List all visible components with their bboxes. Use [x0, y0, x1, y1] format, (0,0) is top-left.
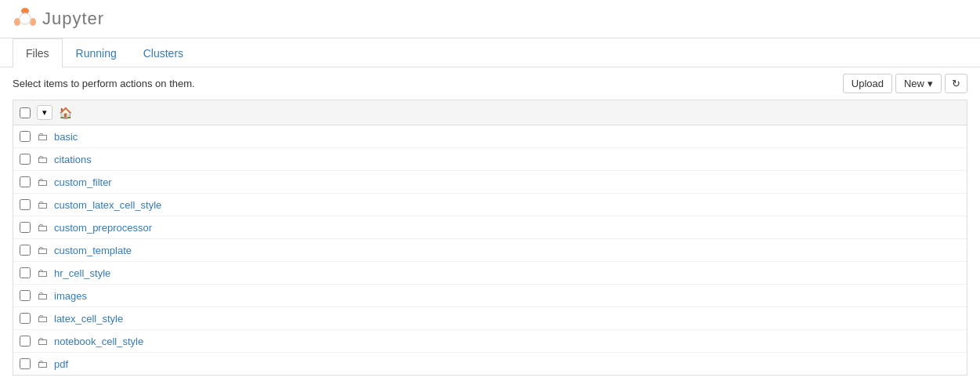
folder-icon: 🗀 — [37, 176, 48, 188]
file-name-link[interactable]: images — [54, 290, 87, 302]
tabs-bar: Files Running Clusters — [0, 38, 980, 67]
row-checkbox[interactable] — [20, 131, 31, 142]
table-row: 🗀hr_cell_style — [13, 262, 967, 285]
folder-icon: 🗀 — [37, 335, 48, 347]
table-row: 🗀latex_cell_style — [13, 307, 967, 330]
new-dropdown-arrow: ▾ — [928, 78, 933, 89]
file-list: 🗀basic🗀citations🗀custom_filter🗀custom_la… — [13, 125, 967, 376]
home-breadcrumb[interactable]: 🏠 — [59, 107, 72, 119]
jupyter-logo: Jupyter — [13, 6, 104, 31]
folder-icon: 🗀 — [37, 130, 48, 143]
table-row: 🗀images — [13, 285, 967, 307]
file-name-link[interactable]: custom_filter — [54, 176, 112, 188]
refresh-button[interactable]: ↻ — [945, 74, 967, 93]
new-button[interactable]: New ▾ — [895, 74, 942, 93]
table-row: 🗀custom_preprocessor — [13, 216, 967, 239]
row-checkbox[interactable] — [20, 336, 31, 347]
toolbar: Select items to perform actions on them.… — [0, 67, 980, 100]
folder-icon: 🗀 — [37, 267, 48, 279]
folder-icon: 🗀 — [37, 312, 48, 325]
table-row: 🗀custom_filter — [13, 171, 967, 194]
file-list-container: ▾ 🏠 🗀basic🗀citations🗀custom_filter🗀custo… — [0, 100, 980, 376]
file-name-link[interactable]: custom_preprocessor — [54, 222, 152, 234]
svg-point-3 — [20, 13, 31, 24]
row-checkbox[interactable] — [20, 267, 31, 278]
folder-icon: 🗀 — [37, 198, 48, 211]
file-name-link[interactable]: notebook_cell_style — [54, 336, 143, 347]
row-checkbox[interactable] — [20, 176, 31, 187]
row-checkbox[interactable] — [20, 199, 31, 210]
tab-running[interactable]: Running — [63, 38, 130, 67]
new-label: New — [904, 78, 924, 89]
folder-icon: 🗀 — [37, 153, 48, 165]
jupyter-logo-icon — [13, 6, 38, 31]
row-checkbox[interactable] — [20, 154, 31, 165]
table-row: 🗀custom_template — [13, 239, 967, 262]
folder-icon: 🗀 — [37, 289, 48, 302]
table-row: 🗀citations — [13, 148, 967, 171]
file-name-link[interactable]: latex_cell_style — [54, 313, 123, 325]
tab-clusters[interactable]: Clusters — [130, 38, 197, 67]
row-checkbox[interactable] — [20, 313, 31, 324]
table-row: 🗀basic — [13, 125, 967, 148]
file-list-header: ▾ 🏠 — [13, 100, 967, 125]
folder-icon: 🗀 — [37, 358, 48, 370]
file-name-link[interactable]: citations — [54, 154, 92, 165]
select-all-checkbox[interactable] — [20, 107, 31, 118]
table-row: 🗀pdf — [13, 353, 967, 375]
sort-dropdown[interactable]: ▾ — [37, 105, 52, 120]
row-checkbox[interactable] — [20, 290, 31, 301]
row-checkbox[interactable] — [20, 222, 31, 233]
tab-files[interactable]: Files — [13, 38, 63, 67]
file-name-link[interactable]: basic — [54, 131, 78, 143]
file-name-link[interactable]: pdf — [54, 358, 68, 370]
upload-button[interactable]: Upload — [843, 74, 892, 93]
table-row: 🗀notebook_cell_style — [13, 330, 967, 353]
table-row: 🗀custom_latex_cell_style — [13, 194, 967, 216]
row-checkbox[interactable] — [20, 358, 31, 369]
row-checkbox[interactable] — [20, 245, 31, 256]
folder-icon: 🗀 — [37, 221, 48, 234]
file-name-link[interactable]: custom_template — [54, 245, 132, 256]
jupyter-title: Jupyter — [42, 9, 104, 29]
header: Jupyter — [0, 0, 980, 38]
file-name-link[interactable]: hr_cell_style — [54, 267, 110, 279]
folder-icon: 🗀 — [37, 244, 48, 256]
select-hint: Select items to perform actions on them. — [13, 78, 195, 89]
file-name-link[interactable]: custom_latex_cell_style — [54, 199, 161, 211]
toolbar-actions: Upload New ▾ ↻ — [843, 74, 967, 93]
